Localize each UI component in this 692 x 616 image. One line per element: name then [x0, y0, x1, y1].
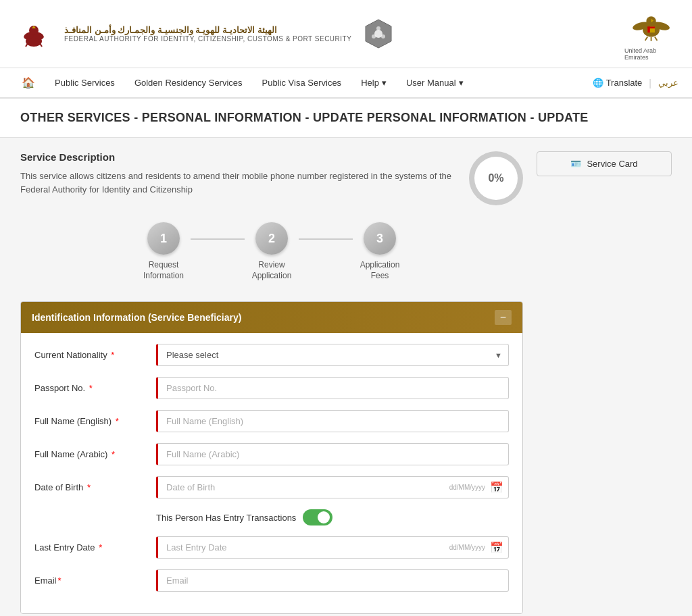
header-logo-text: الهيئة الاتحاديـة للهويـة والجنسيـة والج… [64, 25, 351, 43]
nav-home-icon[interactable]: 🏠 [14, 68, 43, 97]
form-body: Current Nationality * Please select Pass… [21, 333, 522, 613]
full-name-en-label: Full Name (English) * [34, 416, 156, 426]
step-line-1 [191, 238, 245, 240]
svg-point-10 [381, 34, 385, 38]
header: الهيئة الاتحاديـة للهويـة والجنسيـة والج… [0, 0, 692, 68]
step-2-label: Review Application [245, 260, 299, 281]
dob-label: Date of Birth * [34, 482, 156, 492]
step-1-circle: 1 [147, 222, 180, 255]
svg-point-15 [646, 16, 656, 26]
main-content: Service Description This service allows … [0, 138, 692, 616]
form-section-collapse-btn[interactable]: − [495, 310, 512, 325]
step-1-number: 1 [160, 232, 167, 246]
service-card-icon: 🪪 [570, 159, 581, 169]
full-name-ar-control [156, 443, 509, 465]
nationality-row: Current Nationality * Please select [34, 344, 509, 366]
passport-control [156, 377, 509, 399]
email-label: Email* [34, 575, 156, 586]
step-3-number: 3 [376, 232, 383, 246]
passport-row: Passport No. * [34, 377, 509, 399]
form-section-title: Identification Information (Service Bene… [32, 312, 241, 323]
step-3: 3 Application Fees [353, 222, 407, 281]
arabic-link[interactable]: عربي [658, 78, 678, 88]
sidebar-right: 🪪 Service Card [537, 151, 672, 616]
nav-divider: | [649, 78, 651, 88]
svg-rect-19 [647, 26, 655, 28]
nationality-select[interactable]: Please select [156, 344, 509, 366]
email-row: Email* [34, 569, 509, 592]
last-entry-date-label: Last Entry Date * [34, 542, 156, 553]
step-2-circle: 2 [255, 222, 288, 255]
step-2: 2 Review Application [245, 222, 299, 281]
last-entry-date-format: dd/MM/yyyy [449, 544, 485, 551]
last-entry-calendar-icon[interactable]: 📅 [490, 541, 503, 554]
content-area: Service Description This service allows … [20, 151, 523, 616]
last-entry-date-row: Last Entry Date * dd/MM/yyyy 📅 [34, 536, 509, 559]
service-desc-text: Service Description This service allows … [20, 151, 455, 196]
logo-bird-icon [14, 14, 54, 54]
service-card-button[interactable]: 🪪 Service Card [537, 151, 672, 176]
step-2-number: 2 [268, 232, 275, 246]
full-name-ar-input[interactable] [156, 443, 509, 465]
passport-input[interactable] [156, 377, 509, 399]
header-left: الهيئة الاتحاديـة للهويـة والجنسيـة والج… [14, 14, 395, 54]
nationality-label: Current Nationality * [34, 350, 156, 360]
nav: 🏠 Public Services Golden Residency Servi… [0, 68, 692, 99]
progress-percent: 0% [474, 157, 518, 200]
passport-label: Passport No. * [34, 383, 156, 393]
form-section-header: Identification Information (Service Bene… [21, 302, 522, 333]
progress-circle: 0% [469, 151, 523, 205]
nav-public-visa[interactable]: Public Visa Services [254, 70, 350, 96]
svg-line-21 [655, 37, 658, 41]
dob-row: Date of Birth * dd/MM/yyyy 📅 [34, 476, 509, 498]
page-title: OTHER SERVICES - PERSONAL INFORMATION - … [20, 111, 672, 125]
step-3-label: Application Fees [353, 260, 407, 281]
nav-public-services[interactable]: Public Services [47, 70, 123, 96]
email-control [156, 569, 509, 592]
page-title-bar: OTHER SERVICES - PERSONAL INFORMATION - … [0, 99, 692, 138]
full-name-en-row: Full Name (English) * [34, 410, 509, 432]
step-3-circle: 3 [364, 222, 396, 255]
dob-calendar-icon[interactable]: 📅 [490, 481, 503, 494]
dob-date-format: dd/MM/yyyy [449, 484, 485, 491]
toggle-slider [303, 509, 332, 525]
svg-point-11 [372, 34, 376, 38]
email-input[interactable] [156, 569, 509, 592]
full-name-ar-label: Full Name (Arabic) * [34, 449, 156, 459]
service-desc-body: This service allows citizens and residen… [20, 170, 455, 196]
entry-transactions-toggle[interactable] [303, 509, 332, 525]
progress-circle-container: 0% [469, 151, 523, 205]
step-1: 1 Request Information [137, 222, 191, 281]
steps-container: 1 Request Information 2 Review Applicati… [20, 222, 523, 281]
identification-form-section: Identification Information (Service Bene… [20, 301, 523, 614]
dob-control: dd/MM/yyyy 📅 [156, 476, 509, 498]
step-1-label: Request Information [137, 260, 191, 281]
full-name-en-control [156, 410, 509, 432]
nav-left: 🏠 Public Services Golden Residency Servi… [14, 68, 472, 97]
header-arabic-name: الهيئة الاتحاديـة للهويـة والجنسيـة والج… [64, 25, 351, 35]
step-line-2 [299, 238, 353, 240]
translate-button[interactable]: 🌐 Translate [593, 78, 643, 88]
dob-input-wrap: dd/MM/yyyy 📅 [156, 476, 509, 498]
service-card-label: Service Card [587, 159, 637, 169]
service-description-area: Service Description This service allows … [20, 151, 523, 205]
entry-transactions-row: This Person Has Entry Transactions [156, 509, 509, 525]
nav-help[interactable]: Help ▾ [353, 70, 395, 96]
header-english-name: FEDERAL AUTHORITY FOR IDENTITY, CITIZENS… [64, 35, 351, 43]
nav-right: 🌐 Translate | عربي [593, 78, 678, 88]
last-entry-date-control: dd/MM/yyyy 📅 [156, 536, 509, 559]
service-desc-heading: Service Description [20, 151, 455, 163]
hexagon-icon [362, 17, 395, 51]
entry-transactions-label: This Person Has Entry Transactions [156, 513, 296, 523]
last-entry-date-input-wrap: dd/MM/yyyy 📅 [156, 536, 509, 559]
nav-user-manual[interactable]: User Manual ▾ [398, 70, 472, 96]
nav-golden-residency[interactable]: Golden Residency Services [126, 70, 251, 96]
translate-icon: 🌐 [593, 78, 603, 88]
full-name-en-input[interactable] [156, 410, 509, 432]
nationality-control: Please select [156, 344, 509, 366]
uae-emblem: United Arab Emirates [624, 7, 678, 61]
translate-label: Translate [606, 78, 643, 88]
svg-point-9 [376, 26, 380, 30]
svg-line-20 [645, 37, 648, 41]
uae-emblem-text: United Arab Emirates [624, 47, 678, 61]
